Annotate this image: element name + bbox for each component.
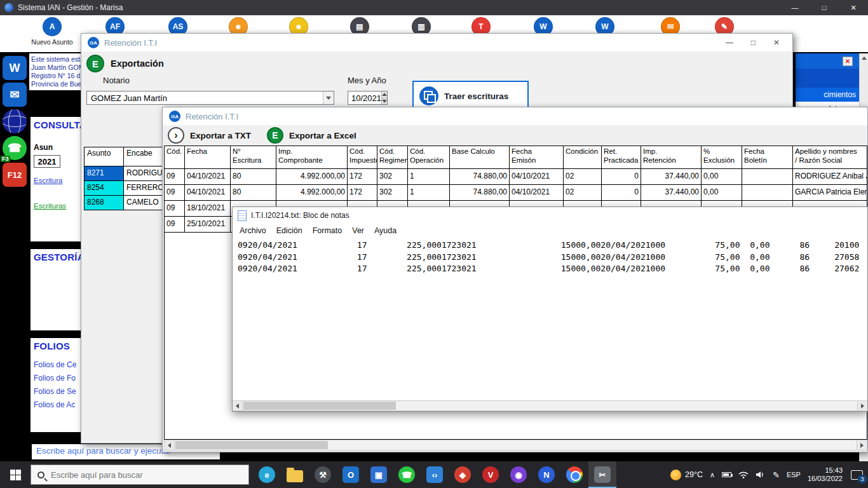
dialog-close-button[interactable]: ✕	[773, 38, 780, 47]
menu-item[interactable]: Edición	[271, 226, 308, 235]
taskbar-app-photos[interactable]: ▣	[365, 461, 393, 488]
language-indicator[interactable]: ESP	[787, 471, 801, 478]
taskbar-app-nitro[interactable]: N	[532, 461, 560, 488]
taskbar-app-chrome[interactable]	[560, 461, 588, 488]
taskbar-apps: e⚒O▣☎‹›◆V◉N✂	[253, 461, 616, 488]
taskbar-app-app-gradient[interactable]: ◉	[505, 461, 532, 488]
mes-anio-spinner[interactable]: 10/2021	[348, 91, 388, 105]
toolbar-button-nuevo-asunto[interactable]: ANuevo Asunto	[24, 17, 81, 46]
notepad-h-scrollbar[interactable]	[233, 400, 867, 411]
grid-header-cell[interactable]: Cód. Regimen	[377, 146, 408, 169]
list-row[interactable]: 8268CAMELO	[85, 196, 165, 210]
grid-header-cell[interactable]: Fecha Boletín	[742, 146, 793, 169]
export-excel-button[interactable]: Exportar a Excel	[289, 131, 356, 140]
clock[interactable]: 15:43 16/03/2022	[808, 466, 843, 483]
taskbar-app-app-red-2[interactable]: V	[477, 461, 505, 488]
right-list-item[interactable]: cimientos	[796, 88, 859, 102]
taskbar-app-dev-tools[interactable]: ⚒	[309, 461, 337, 488]
start-button[interactable]	[0, 461, 31, 488]
list-row[interactable]: 8254FERRERO	[85, 181, 165, 196]
taskbar-app-vscode[interactable]: ‹›	[421, 461, 449, 488]
grid-header-cell[interactable]: Cód. Impuesto	[348, 146, 377, 169]
scroll-right-button[interactable]	[857, 440, 867, 450]
grid-header-cell[interactable]: Base Calculo	[450, 146, 510, 169]
word-shortcut-icon[interactable]: W	[3, 56, 27, 80]
f12-shortcut-icon[interactable]: F12	[3, 163, 27, 187]
grid-header-cell[interactable]: % Exclusión	[702, 146, 742, 169]
maximize-button[interactable]: □	[810, 0, 839, 15]
grid-h-scrollbar[interactable]	[164, 440, 867, 451]
taskbar-app-file-explorer[interactable]	[281, 461, 309, 488]
right-close-icon[interactable]: ✕	[843, 57, 853, 66]
spinner-down-button[interactable]	[381, 98, 387, 105]
table-row[interactable]: 0904/10/2021804.992.000,00172302174.880,…	[165, 185, 867, 201]
taskbar-app-edge[interactable]: e	[253, 461, 281, 488]
tray-chevron-icon[interactable]: ∧	[710, 471, 715, 479]
grid-header-cell[interactable]: Ret. Practicada	[602, 146, 641, 169]
search-input[interactable]	[51, 470, 242, 480]
scroll-thumb[interactable]	[175, 441, 328, 449]
grid-header-cell[interactable]: N° Escritura	[231, 146, 276, 169]
notification-icon[interactable]: 3	[851, 470, 863, 480]
list-row[interactable]: 8271RODRIGU	[85, 166, 165, 181]
pen-icon[interactable]: ✎	[773, 470, 780, 480]
spinner-up-button[interactable]	[381, 92, 387, 98]
battery-icon[interactable]	[722, 472, 731, 477]
notepad-titlebar[interactable]: I.T.I.I20214.txt: Bloc de notas	[233, 207, 867, 224]
right-window-titlebar[interactable]: ✕	[796, 53, 859, 69]
menu-item[interactable]: Archivo	[234, 226, 271, 235]
menu-item[interactable]: Ver	[347, 226, 369, 235]
dialog-titlebar[interactable]: GA Retención I.T.I	[163, 107, 867, 125]
folios-link[interactable]: Folios de Se	[34, 387, 78, 396]
weather-widget[interactable]: 29°C	[670, 470, 703, 480]
list-header-encabezado[interactable]: Encabe	[124, 147, 165, 166]
menu-item[interactable]: Ayuda	[369, 226, 402, 235]
globe-shortcut-icon[interactable]	[3, 109, 27, 133]
taskbar-app-whatsapp[interactable]: ☎	[393, 461, 421, 488]
mail-shortcut-icon[interactable]: ✉	[3, 83, 27, 107]
scroll-left-button[interactable]	[165, 440, 175, 450]
notepad-body[interactable]: 0920/04/2021 17 225,0001723021 15000,002…	[233, 238, 867, 399]
export-excel-icon[interactable]: E	[267, 127, 283, 144]
folios-link[interactable]: Folios de Ce	[34, 360, 78, 369]
taskbar-app-snipping-tool[interactable]: ✂	[588, 461, 616, 488]
scroll-right-button[interactable]	[857, 401, 867, 410]
dialog-minimize-button[interactable]: —	[726, 38, 733, 47]
scroll-up-icon[interactable]	[862, 57, 867, 60]
table-row[interactable]: 0904/10/2021804.992.000,00172302174.880,…	[165, 169, 867, 185]
chevron-down-icon[interactable]	[323, 92, 334, 104]
folios-link[interactable]: Folios de Fo	[34, 374, 78, 383]
grid-header-cell[interactable]: Cód.	[165, 146, 185, 169]
notario-label: Notario	[103, 76, 130, 85]
folios-link[interactable]: Folios de Ac	[34, 400, 78, 409]
grid-header-cell[interactable]: Cód. Operación	[408, 146, 450, 169]
grid-header-cell[interactable]: Apellido y nombres / Razón Social	[793, 146, 867, 169]
minimize-button[interactable]: —	[780, 0, 810, 15]
menu-item[interactable]: Formato	[308, 226, 348, 235]
escrituras-link-2[interactable]: Escrituras	[34, 202, 78, 210]
taskbar-app-app-red-1[interactable]: ◆	[449, 461, 477, 488]
escrituras-link[interactable]: Escritura	[34, 177, 78, 184]
grid-header-cell[interactable]: Fecha Emisón	[510, 146, 564, 169]
export-txt-button[interactable]: Exportar a TXT	[190, 131, 251, 140]
dialog-maximize-button[interactable]: □	[751, 38, 756, 47]
wifi-icon[interactable]	[738, 471, 749, 478]
asunto-year-field[interactable]: 2021	[34, 155, 60, 168]
left-rail: W✉☎F3F12✳	[0, 52, 29, 461]
dialog-titlebar[interactable]: GA Retención I.T.I — □ ✕	[81, 34, 792, 51]
grid-header-cell[interactable]: Condición	[564, 146, 602, 169]
grid-header-cell[interactable]: Fecha	[185, 146, 231, 169]
list-header-asunto[interactable]: Asunto	[85, 147, 124, 166]
grid-header-cell[interactable]: Imp. Comprobante	[276, 146, 348, 169]
taskbar-search[interactable]	[31, 464, 249, 485]
whatsapp-shortcut-icon[interactable]: ☎F3	[3, 136, 27, 160]
volume-icon[interactable]	[756, 471, 766, 478]
close-button[interactable]: ✕	[839, 0, 868, 15]
scroll-left-button[interactable]	[233, 401, 243, 410]
scroll-thumb[interactable]	[243, 402, 396, 410]
grid-header-cell[interactable]: Imp. Retención	[641, 146, 702, 169]
taskbar-app-outlook[interactable]: O	[337, 461, 365, 488]
notario-combobox[interactable]: GOMEZ Juan Martín	[86, 91, 334, 105]
export-txt-icon[interactable]: ›	[168, 127, 184, 144]
main-titlebar[interactable]: Sistema IAN - Gestión - Marisa — □ ✕	[0, 0, 868, 15]
